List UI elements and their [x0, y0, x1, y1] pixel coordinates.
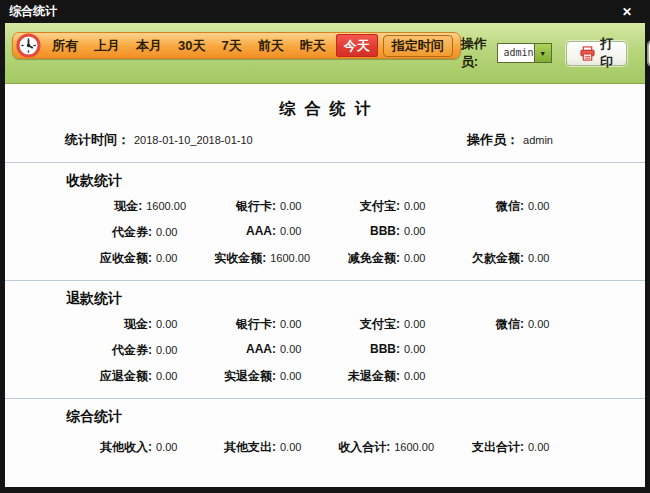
stat-label: 微信:: [434, 198, 524, 215]
print-button-label: 打印: [600, 35, 614, 71]
window-title: 综合统计: [9, 3, 57, 20]
stat-label: 银行卡:: [186, 316, 276, 333]
toolbar: 所有上月本月30天7天前天昨天今天指定时间 操作员: admin ▼: [5, 23, 645, 84]
section-title-summary: 综合统计: [66, 408, 645, 426]
filter-button-day-before-yesterday[interactable]: 前天: [250, 33, 292, 58]
stat-value: 0.00: [280, 225, 301, 237]
filter-button-yesterday[interactable]: 昨天: [292, 33, 334, 58]
stat-value: 0.00: [404, 370, 425, 382]
report-panel: 综合统计 统计时间： 2018-01-10_2018-01-10 操作员： ad…: [5, 84, 645, 487]
section-divider: [5, 280, 645, 281]
clock-icon: [16, 33, 41, 58]
stat-label: 应收金额:: [62, 250, 152, 267]
stat-cell: 代金券:0.00: [62, 342, 186, 359]
report-title: 综合统计: [5, 99, 645, 120]
report-sections: 收款统计现金:1600.00银行卡:0.00支付宝:0.00微信:0.00代金券…: [5, 162, 645, 456]
stat-value: 0.00: [404, 252, 425, 264]
filter-button-7-days[interactable]: 7天: [213, 33, 249, 58]
section-receipts: 收款统计现金:1600.00银行卡:0.00支付宝:0.00微信:0.00代金券…: [5, 162, 645, 267]
time-filter-bar: 所有上月本月30天7天前天昨天今天指定时间: [12, 32, 461, 59]
stat-label: BBB:: [310, 224, 400, 238]
stat-cell: 实收金额:1600.00: [186, 250, 310, 267]
filter-button-custom-range[interactable]: 指定时间: [383, 35, 453, 57]
close-icon[interactable]: ✕: [622, 6, 632, 18]
stat-cell: 银行卡:0.00: [186, 198, 310, 215]
stat-label: AAA:: [186, 224, 276, 238]
section-divider: [5, 162, 645, 163]
stat-label: 代金券:: [62, 224, 152, 241]
section-title-receipts: 收款统计: [66, 172, 645, 190]
stat-cell: 其他收入:0.00: [62, 439, 186, 456]
stat-value: 0.00: [404, 200, 425, 212]
stat-label: 减免金额:: [310, 250, 400, 267]
stat-value: 0.00: [280, 441, 301, 453]
filter-button-this-month[interactable]: 本月: [128, 33, 170, 58]
filter-button-today[interactable]: 今天: [336, 34, 378, 57]
chevron-down-icon[interactable]: ▼: [534, 44, 551, 62]
operator-label: 操作员:: [461, 35, 493, 71]
stat-label: 应退金额:: [62, 368, 152, 385]
stat-label: 欠款金额:: [434, 250, 524, 267]
stat-time: 统计时间： 2018-01-10_2018-01-10: [65, 131, 253, 149]
stat-cell: 实退金额:0.00: [186, 368, 310, 385]
stat-cell: 代金券:0.00: [62, 224, 186, 241]
stat-cell: 微信:0.00: [434, 316, 558, 333]
report-operator-value: admin: [523, 134, 553, 146]
operator-select[interactable]: admin ▼: [497, 43, 551, 63]
stat-label: 支付宝:: [310, 198, 400, 215]
stat-cell: BBB:0.00: [310, 342, 434, 359]
filter-button-30-days[interactable]: 30天: [170, 33, 213, 58]
stat-cell: [434, 368, 558, 385]
toolbar-right: 操作员: admin ▼ 打印: [461, 35, 650, 71]
stat-cell: 支付宝:0.00: [310, 316, 434, 333]
stat-cell: 其他支出:0.00: [186, 439, 310, 456]
stat-cell: [434, 342, 558, 359]
stat-cell: 未退金额:0.00: [310, 368, 434, 385]
filter-button-all[interactable]: 所有: [44, 33, 86, 58]
stat-value: 0.00: [156, 226, 177, 238]
stat-value: 0.00: [280, 318, 301, 330]
stat-value: 0.00: [528, 441, 549, 453]
stat-label: BBB:: [310, 342, 400, 356]
report-operator: 操作员： admin: [467, 131, 553, 149]
print-button[interactable]: 打印: [566, 41, 628, 66]
stat-value: 0.00: [528, 252, 549, 264]
section-summary: 综合统计其他收入:0.00其他支出:0.00收入合计:1600.00支出合计:0…: [5, 398, 645, 456]
report-operator-label: 操作员：: [467, 131, 519, 149]
stat-value: 0.00: [280, 370, 301, 382]
stat-label: 支付宝:: [310, 316, 400, 333]
stat-value: 0.00: [156, 318, 177, 330]
stat-value: 1600.00: [394, 441, 434, 453]
stat-grid: 其他收入:0.00其他支出:0.00收入合计:1600.00支出合计:0.00: [62, 439, 645, 456]
operator-select-value: admin: [498, 44, 533, 62]
stat-label: 实收金额:: [186, 250, 266, 267]
filter-button-last-month[interactable]: 上月: [86, 33, 128, 58]
stat-label: 银行卡:: [186, 198, 276, 215]
titlebar: 综合统计 ✕: [5, 0, 645, 23]
stat-cell: 支出合计:0.00: [434, 439, 558, 456]
stat-label: 现金:: [62, 198, 142, 215]
stat-grid: 现金:1600.00银行卡:0.00支付宝:0.00微信:0.00代金券:0.0…: [62, 198, 645, 267]
stat-label: 现金:: [62, 316, 152, 333]
stat-cell: 收入合计:1600.00: [310, 439, 434, 456]
stat-cell: [434, 224, 558, 241]
stat-value: 1600.00: [146, 200, 186, 212]
section-title-refunds: 退款统计: [66, 290, 645, 308]
stat-value: 0.00: [280, 343, 301, 355]
stat-cell: 微信:0.00: [434, 198, 558, 215]
stat-cell: 欠款金额:0.00: [434, 250, 558, 267]
stat-value: 0.00: [156, 370, 177, 382]
stat-label: 微信:: [434, 316, 524, 333]
stat-value: 0.00: [404, 225, 425, 237]
stat-value: 1600.00: [270, 252, 310, 264]
stat-value: 0.00: [280, 200, 301, 212]
stat-value: 0.00: [404, 343, 425, 355]
stat-grid: 现金:0.00银行卡:0.00支付宝:0.00微信:0.00代金券:0.00AA…: [62, 316, 645, 385]
section-refunds: 退款统计现金:0.00银行卡:0.00支付宝:0.00微信:0.00代金券:0.…: [5, 280, 645, 385]
report-meta: 统计时间： 2018-01-10_2018-01-10 操作员： admin: [65, 131, 553, 149]
stat-value: 0.00: [528, 200, 549, 212]
stat-value: 0.00: [528, 318, 549, 330]
stat-cell: 减免金额:0.00: [310, 250, 434, 267]
stat-label: 收入合计:: [310, 439, 390, 456]
stat-cell: 应退金额:0.00: [62, 368, 186, 385]
